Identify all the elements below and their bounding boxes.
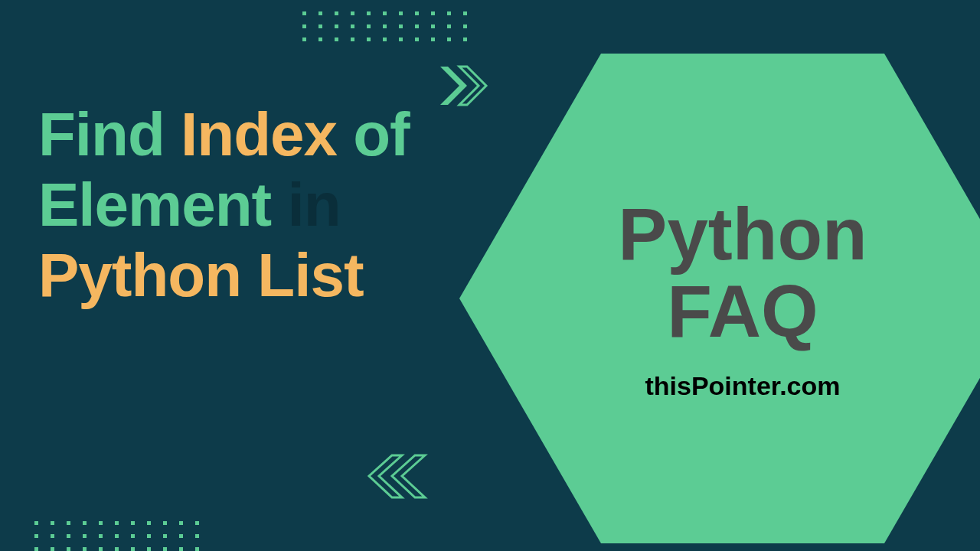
- main-heading: Find Index of Element in Python List: [38, 99, 452, 311]
- svg-marker-0: [440, 67, 467, 105]
- heading-word: Index: [181, 100, 337, 168]
- heading-word: List: [257, 241, 363, 309]
- heading-word: Python: [38, 241, 241, 309]
- dot-pattern-bottom: [34, 521, 199, 551]
- dot-pattern-top: [302, 11, 467, 41]
- hexagon-panel: Python FAQ thisPointer.com: [459, 54, 980, 543]
- hex-title-line: Python: [618, 193, 867, 275]
- hex-title-line: FAQ: [667, 270, 818, 352]
- svg-marker-2: [392, 455, 425, 497]
- heading-word: Find: [38, 100, 165, 168]
- hex-title: Python FAQ: [618, 196, 867, 350]
- heading-word: of: [353, 100, 410, 168]
- chevron-right-icon: [436, 63, 498, 109]
- svg-marker-3: [369, 455, 402, 497]
- heading-word: Element: [38, 171, 271, 239]
- hex-subtitle: thisPointer.com: [645, 371, 840, 401]
- chevron-left-icon: [360, 452, 429, 501]
- heading-word: in: [287, 171, 340, 239]
